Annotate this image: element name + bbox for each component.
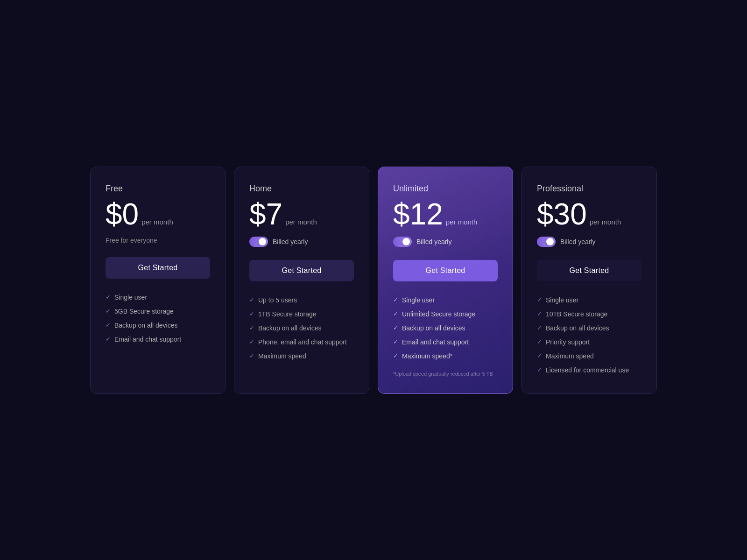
price-row-home: $7per month	[249, 199, 354, 229]
feature-item: ✓Backup on all devices	[106, 322, 210, 329]
feature-text: Email and chat support	[114, 336, 181, 343]
features-list-home: ✓Up to 5 users✓1TB Secure storage✓Backup…	[249, 296, 354, 377]
feature-text: Up to 5 users	[258, 296, 297, 304]
plan-card-professional: Professional$30per monthBilled yearlyGet…	[521, 167, 657, 394]
check-icon: ✓	[393, 338, 398, 345]
feature-item: ✓Licensed for commercial use	[537, 366, 641, 374]
check-icon: ✓	[537, 296, 542, 303]
billing-toggle-row-professional: Billed yearly	[537, 237, 641, 247]
plan-name-free: Free	[106, 184, 210, 194]
check-icon: ✓	[537, 310, 542, 317]
price-period-free: per month	[141, 218, 173, 226]
feature-text: Unlimited Secure storage	[402, 310, 475, 318]
features-list-unlimited: ✓Single user✓Unlimited Secure storage✓Ba…	[393, 296, 498, 360]
price-row-unlimited: $12per month	[393, 199, 498, 229]
feature-text: Email and chat support	[402, 338, 469, 346]
check-icon: ✓	[249, 324, 254, 331]
price-row-free: $0per month	[106, 199, 210, 229]
feature-text: Backup on all devices	[402, 324, 465, 332]
feature-text: Priority support	[546, 338, 590, 346]
get-started-button-free[interactable]: Get Started	[106, 257, 210, 279]
feature-text: Single user	[114, 294, 147, 301]
feature-item: ✓Maximum speed*	[393, 352, 498, 360]
price-period-home: per month	[285, 218, 317, 226]
feature-item: ✓Priority support	[537, 338, 641, 346]
price-period-unlimited: per month	[446, 218, 478, 226]
feature-text: Maximum speed	[546, 352, 594, 360]
plan-subtitle-free: Free for everyone	[106, 237, 210, 244]
feature-item: ✓Email and chat support	[106, 336, 210, 343]
billing-toggle-unlimited[interactable]	[393, 237, 412, 247]
feature-text: Maximum speed*	[402, 352, 452, 360]
check-icon: ✓	[393, 310, 398, 317]
price-amount-free: $0	[106, 199, 139, 229]
check-icon: ✓	[393, 296, 398, 303]
feature-item: ✓Unlimited Secure storage	[393, 310, 498, 318]
check-icon: ✓	[249, 352, 254, 359]
check-icon: ✓	[249, 310, 254, 317]
feature-item: ✓1TB Secure storage	[249, 310, 354, 318]
feature-text: Backup on all devices	[258, 324, 321, 332]
check-icon: ✓	[106, 322, 111, 329]
feature-text: 10TB Secure storage	[546, 310, 607, 318]
feature-text: 1TB Secure storage	[258, 310, 317, 318]
features-list-free: ✓Single user✓5GB Secure storage✓Backup o…	[106, 294, 210, 377]
check-icon: ✓	[537, 338, 542, 345]
features-list-professional: ✓Single user✓10TB Secure storage✓Backup …	[537, 296, 641, 377]
plan-card-free: Free$0per monthFree for everyoneGet Star…	[90, 167, 226, 394]
billing-toggle-row-unlimited: Billed yearly	[393, 237, 498, 247]
check-icon: ✓	[537, 352, 542, 359]
feature-item: ✓Backup on all devices	[393, 324, 498, 332]
feature-text: Phone, email and chat support	[258, 338, 347, 346]
feature-text: Single user	[546, 296, 578, 304]
billing-label-home: Billed yearly	[273, 238, 308, 245]
feature-text: 5GB Secure storage	[114, 308, 174, 315]
price-amount-unlimited: $12	[393, 199, 443, 229]
get-started-button-home[interactable]: Get Started	[249, 260, 354, 281]
feature-item: ✓Single user	[537, 296, 641, 304]
feature-text: Single user	[402, 296, 435, 304]
footnote-unlimited: *Upload speed gradually reduced after 5 …	[393, 371, 498, 377]
check-icon: ✓	[537, 366, 542, 373]
feature-item: ✓Email and chat support	[393, 338, 498, 346]
feature-item: ✓Single user	[106, 294, 210, 301]
check-icon: ✓	[537, 324, 542, 331]
check-icon: ✓	[393, 352, 398, 359]
plan-name-home: Home	[249, 184, 354, 194]
feature-item: ✓Up to 5 users	[249, 296, 354, 304]
plan-name-professional: Professional	[537, 184, 641, 194]
billing-toggle-professional[interactable]	[537, 237, 556, 247]
get-started-button-professional[interactable]: Get Started	[537, 260, 641, 281]
feature-item: ✓Single user	[393, 296, 498, 304]
feature-item: ✓10TB Secure storage	[537, 310, 641, 318]
feature-text: Backup on all devices	[114, 322, 177, 329]
feature-text: Backup on all devices	[546, 324, 609, 332]
plan-name-unlimited: Unlimited	[393, 184, 498, 194]
billing-label-professional: Billed yearly	[560, 238, 595, 245]
feature-item: ✓Maximum speed	[537, 352, 641, 360]
price-row-professional: $30per month	[537, 199, 641, 229]
plan-card-home: Home$7per monthBilled yearlyGet Started✓…	[234, 167, 369, 394]
billing-toggle-home[interactable]	[249, 237, 268, 247]
check-icon: ✓	[249, 338, 254, 345]
billing-toggle-row-home: Billed yearly	[249, 237, 354, 247]
feature-text: Maximum speed	[258, 352, 306, 360]
feature-item: ✓Backup on all devices	[249, 324, 354, 332]
price-amount-home: $7	[249, 199, 282, 229]
feature-item: ✓Phone, email and chat support	[249, 338, 354, 346]
feature-item: ✓Backup on all devices	[537, 324, 641, 332]
billing-label-unlimited: Billed yearly	[416, 238, 451, 245]
feature-text: Licensed for commercial use	[546, 366, 629, 374]
price-period-professional: per month	[590, 218, 621, 226]
check-icon: ✓	[393, 324, 398, 331]
feature-item: ✓5GB Secure storage	[106, 308, 210, 315]
get-started-button-unlimited[interactable]: Get Started	[393, 260, 498, 281]
price-amount-professional: $30	[537, 199, 587, 229]
pricing-container: Free$0per monthFree for everyoneGet Star…	[62, 148, 685, 413]
feature-item: ✓Maximum speed	[249, 352, 354, 360]
check-icon: ✓	[106, 308, 111, 315]
plan-card-unlimited: Unlimited$12per monthBilled yearlyGet St…	[378, 167, 513, 394]
check-icon: ✓	[249, 296, 254, 303]
check-icon: ✓	[106, 336, 111, 343]
check-icon: ✓	[106, 294, 111, 301]
